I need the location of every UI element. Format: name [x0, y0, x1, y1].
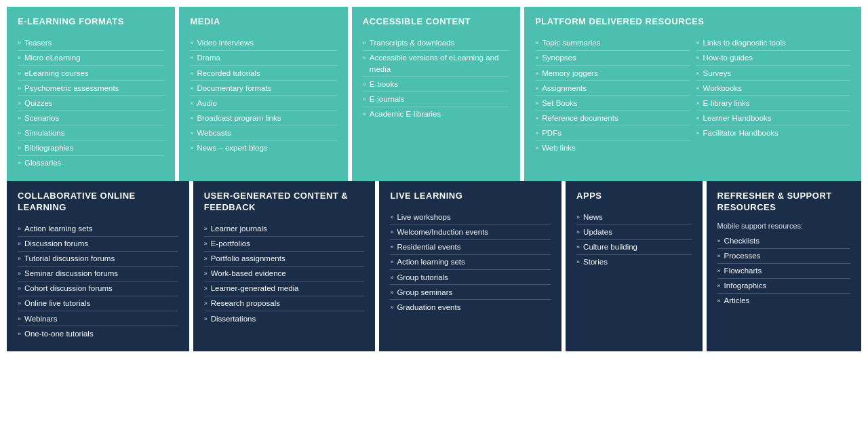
- list-item: »Webinars: [18, 311, 178, 326]
- chevron-icon: »: [18, 315, 21, 324]
- list-item: »Cohort discussion forums: [18, 281, 178, 296]
- list-item: »Group seminars: [390, 285, 551, 300]
- list-item: »Learner-generated media: [204, 281, 365, 296]
- chevron-icon: »: [696, 99, 700, 108]
- list-item: »Action learning sets: [18, 222, 178, 237]
- chevron-icon: »: [190, 84, 193, 93]
- chevron-icon: »: [190, 129, 193, 138]
- apps-list: »News »Updates »Culture building »Storie…: [576, 210, 692, 269]
- list-item: »Psychometric assessments: [18, 81, 164, 96]
- list-item: »Checklists: [717, 234, 850, 249]
- list-item: »Research proposals: [204, 296, 365, 311]
- chevron-icon: »: [18, 299, 21, 308]
- collaborative-list: »Action learning sets »Discussion forums…: [18, 222, 178, 341]
- chevron-icon: »: [696, 69, 700, 78]
- chevron-icon: »: [204, 299, 208, 308]
- refresher-list: »Checklists »Processes »Flowcharts »Info…: [717, 234, 850, 308]
- chevron-icon: »: [18, 144, 21, 153]
- chevron-icon: »: [363, 54, 366, 62]
- list-item: »Scenarios: [18, 111, 164, 125]
- list-item: »Tutorial discussion forums: [18, 252, 178, 267]
- list-item: »Portfolio assignments: [204, 252, 365, 267]
- list-item: »E-library links: [696, 96, 850, 111]
- refresher-title: REFRESHER & SUPPORT RESOURCES: [717, 191, 850, 214]
- list-item: »Teasers: [18, 36, 164, 51]
- chevron-icon: »: [190, 39, 193, 47]
- platform-title: PLATFORM DELIVERED RESOURCES: [535, 16, 850, 28]
- list-item: »Workbooks: [696, 81, 850, 96]
- media-list: »Video interviews »Drama »Recorded tutor…: [190, 36, 336, 155]
- chevron-icon: »: [204, 254, 208, 263]
- chevron-icon: »: [18, 284, 21, 293]
- list-item: »E-books: [363, 77, 509, 92]
- media-title: MEDIA: [190, 16, 336, 28]
- chevron-icon: »: [717, 237, 721, 246]
- media-card: MEDIA »Video interviews »Drama »Recorded…: [179, 7, 347, 181]
- chevron-icon: »: [390, 243, 393, 252]
- list-item: »Glossaries: [18, 156, 164, 170]
- list-item: »Stories: [576, 255, 692, 269]
- chevron-icon: »: [535, 39, 538, 47]
- list-item: »News: [576, 210, 692, 225]
- list-item: »Processes: [717, 249, 850, 264]
- list-item: »Video interviews: [190, 36, 336, 51]
- list-item: »Online live tutorials: [18, 296, 178, 311]
- list-item: »PDFs: [535, 125, 689, 140]
- chevron-icon: »: [576, 213, 580, 222]
- list-item: »Seminar discussion forums: [18, 267, 178, 281]
- list-item: »Drama: [190, 51, 336, 66]
- list-item: »Group tutorials: [390, 270, 551, 285]
- platform-lists: »Topic summaries »Synopses »Memory jogge…: [535, 36, 850, 155]
- list-item: »Quizzes: [18, 96, 164, 111]
- refresher-card: REFRESHER & SUPPORT RESOURCES Mobile sup…: [707, 181, 861, 352]
- list-item: »Updates: [576, 225, 692, 240]
- list-item: »Bibliographies: [18, 141, 164, 156]
- chevron-icon: »: [363, 110, 366, 119]
- list-item: »E-journals: [363, 92, 509, 106]
- list-item: »Broadcast program links: [190, 111, 336, 125]
- list-item: »Live workshops: [390, 210, 551, 225]
- chevron-icon: »: [18, 54, 21, 62]
- chevron-icon: »: [576, 228, 580, 237]
- chevron-icon: »: [576, 243, 580, 252]
- chevron-icon: »: [390, 273, 393, 282]
- chevron-icon: »: [535, 54, 538, 62]
- elearning-card: E-LEARNING FORMATS »Teasers »Micro eLear…: [7, 7, 175, 181]
- chevron-icon: »: [717, 281, 721, 290]
- chevron-icon: »: [390, 288, 393, 297]
- apps-card: APPS »News »Updates »Culture building »S…: [566, 181, 703, 352]
- chevron-icon: »: [535, 129, 538, 138]
- list-item: »Web links: [535, 141, 689, 155]
- chevron-icon: »: [204, 315, 208, 324]
- chevron-icon: »: [535, 99, 538, 108]
- list-item: »Webcasts: [190, 125, 336, 140]
- ugc-card: USER-GENERATED CONTENT & FEEDBACK »Learn…: [193, 181, 376, 352]
- elearning-title: E-LEARNING FORMATS: [18, 16, 164, 28]
- chevron-icon: »: [18, 39, 21, 47]
- list-item: »Synopses: [535, 51, 689, 66]
- chevron-icon: »: [576, 258, 580, 267]
- platform-list-col2: »Links to diagnostic tools »How-to guide…: [696, 36, 850, 155]
- chevron-icon: »: [390, 303, 393, 312]
- list-item: »Transcripts & downloads: [363, 36, 509, 51]
- platform-card: PLATFORM DELIVERED RESOURCES »Topic summ…: [524, 7, 861, 181]
- list-item: »eLearning courses: [18, 66, 164, 81]
- chevron-icon: »: [696, 114, 700, 123]
- list-item: »Learner journals: [204, 222, 365, 237]
- list-item: »Documentary formats: [190, 81, 336, 96]
- list-item: »Facilitator Handbooks: [696, 125, 850, 140]
- live-card: LIVE LEARNING »Live workshops »Welcome/I…: [379, 181, 561, 352]
- list-item: »How-to guides: [696, 51, 850, 66]
- list-item: »Set Books: [535, 96, 689, 111]
- accessible-card: ACCESSIBLE CONTENT »Transcripts & downlo…: [352, 7, 520, 181]
- chevron-icon: »: [18, 224, 21, 233]
- list-item: »Action learning sets: [390, 255, 551, 270]
- ugc-title: USER-GENERATED CONTENT & FEEDBACK: [204, 191, 365, 214]
- chevron-icon: »: [390, 213, 393, 222]
- chevron-icon: »: [363, 80, 366, 89]
- chevron-icon: »: [190, 54, 193, 62]
- chevron-icon: »: [204, 284, 208, 293]
- refresher-subtitle: Mobile support resources:: [717, 222, 850, 230]
- chevron-icon: »: [535, 144, 538, 153]
- list-item: »Assignments: [535, 81, 689, 96]
